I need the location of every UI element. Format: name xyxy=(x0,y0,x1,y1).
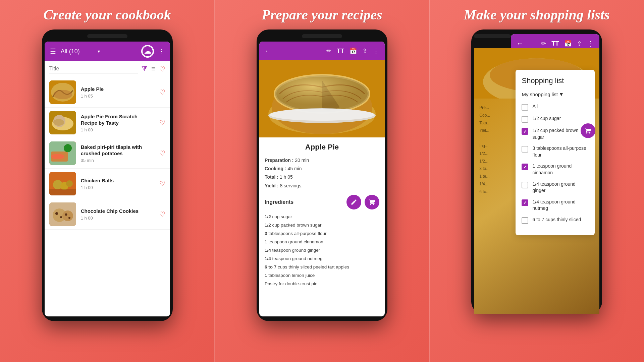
svg-point-9 xyxy=(64,144,72,152)
shopping-item-flour[interactable]: 3 tablespoons all-purpose flour xyxy=(522,145,589,158)
search-bar: ⧩ ≡ ♡ xyxy=(45,61,170,77)
ing-qty-1: 1/2 xyxy=(265,214,271,219)
toolbar-1: ☰ All (10) ▾ ☁ ⋮ xyxy=(45,42,170,61)
recipe-heart-scratch[interactable]: ♡ xyxy=(159,119,165,127)
recipe-item-tilapia[interactable]: Baked piri-piri tilapia with crushed pot… xyxy=(45,138,170,169)
search-input[interactable] xyxy=(49,64,138,73)
recipe-item-cookies[interactable]: Chocolate Chip Cookies 1 h 00 ♡ xyxy=(45,199,170,230)
text-size-icon-3[interactable]: TT xyxy=(551,40,559,47)
recipe-time: 1 h 00 xyxy=(81,185,155,190)
toolbar-2: ← ✏ TT 📅 ⇪ ⋮ xyxy=(259,42,385,60)
shopping-item-text-apples: 6 to 7 cups thinly sliced xyxy=(532,217,581,223)
recipe-name: Apple Pie xyxy=(81,86,155,93)
recipe-item-apple-pie-scratch[interactable]: Apple Pie From Scratch Recipe by Tasty 1… xyxy=(45,108,170,138)
checkbox-apples[interactable] xyxy=(522,217,528,224)
back-button[interactable]: ← xyxy=(265,47,272,55)
checkbox-cinnamon[interactable] xyxy=(522,164,528,170)
shopping-item-text-brown-sugar: 1/2 cup packed brown sugar xyxy=(532,127,589,140)
ingredients-list: 1/2 cup sugar 1/2 cup packed brown sugar… xyxy=(265,213,379,288)
more-icon-2[interactable]: ⋮ xyxy=(373,47,379,55)
more-options-icon[interactable]: ⋮ xyxy=(158,47,165,55)
meta-total: Total : 1 h 05 xyxy=(265,173,379,181)
share-icon[interactable]: ⇪ xyxy=(362,47,367,55)
toolbar-3-right: ✏ TT 📅 ⇪ ⋮ xyxy=(541,40,594,48)
shopping-item-cinnamon[interactable]: 1 teaspoon ground cinnamon xyxy=(522,163,589,176)
recipe-heart-chicken[interactable]: ♡ xyxy=(159,180,165,188)
svg-point-28 xyxy=(275,75,369,112)
shopping-list-selector[interactable]: My shopping list ▾ xyxy=(522,90,589,98)
checkbox-nutmeg[interactable] xyxy=(522,199,528,206)
meta-total-label: Total : xyxy=(265,174,280,180)
recipe-meta: Preparation : 20 min Cooking : 45 min To… xyxy=(265,156,379,190)
ingredients-header: Ingredients xyxy=(265,195,379,209)
checkbox-brown-sugar[interactable] xyxy=(522,128,528,135)
calendar-icon[interactable]: 📅 xyxy=(350,47,357,55)
share-icon-3[interactable]: ⇪ xyxy=(577,40,582,47)
shopping-item-sugar[interactable]: 1/2 cup sugar xyxy=(522,115,589,123)
shopping-item-brown-sugar[interactable]: 1/2 cup packed brown sugar xyxy=(522,127,589,140)
svg-point-22 xyxy=(68,217,70,219)
recipe-heart-tilapia[interactable]: ♡ xyxy=(159,149,165,157)
text-size-icon[interactable]: TT xyxy=(337,48,344,55)
recipe-thumb-chicken xyxy=(49,172,76,195)
phone-3: ← ✏ TT 📅 ⇪ ⋮ xyxy=(471,29,602,314)
recipe-thumb-apple-pie xyxy=(49,80,76,104)
svg-point-20 xyxy=(60,216,62,218)
svg-rect-15 xyxy=(49,189,76,195)
shopping-item-all[interactable]: All xyxy=(522,103,589,111)
shopping-item-ginger[interactable]: 1/4 teaspoon ground ginger xyxy=(522,181,589,194)
checkbox-ginger[interactable] xyxy=(522,182,528,188)
recipe-item-apple-pie[interactable]: Apple Pie 1 h 05 ♡ xyxy=(45,77,170,108)
phone-3-screen: ← ✏ TT 📅 ⇪ ⋮ xyxy=(511,34,599,309)
recipe-heart-cookies[interactable]: ♡ xyxy=(159,210,165,218)
ing-qty-7: 6 to 7 xyxy=(265,264,276,269)
sort-icon[interactable]: ≡ xyxy=(151,65,155,73)
shopping-item-apples[interactable]: 6 to 7 cups thinly sliced xyxy=(522,217,589,224)
panel-2-title: Prepare your recipes xyxy=(262,7,382,23)
phone-2-notch xyxy=(302,34,342,38)
edit-icon-3[interactable]: ✏ xyxy=(541,40,546,47)
favorite-filter-icon[interactable]: ♡ xyxy=(159,65,165,73)
checkbox-all[interactable] xyxy=(522,104,528,111)
recipe-info-apple-pie: Apple Pie 1 h 05 xyxy=(81,86,155,99)
recipe-item-chicken[interactable]: Chicken Balls 1 h 00 ♡ xyxy=(45,169,170,199)
ing-qty-5: 1/4 xyxy=(265,248,271,253)
shopping-item-nutmeg[interactable]: 1/4 teaspoon ground nutmeg xyxy=(522,199,589,212)
checkbox-flour[interactable] xyxy=(522,146,528,153)
toolbar-right-icons: ✏ TT 📅 ⇪ ⋮ xyxy=(326,47,379,55)
recipe-name: Chocolate Chip Cookies xyxy=(81,208,155,215)
checkbox-sugar[interactable] xyxy=(522,116,528,123)
menu-icon[interactable]: ☰ xyxy=(50,47,56,55)
svg-point-2 xyxy=(53,90,72,99)
shopping-item-text-flour: 3 tablespoons all-purpose flour xyxy=(532,145,589,158)
more-icon-3[interactable]: ⋮ xyxy=(587,40,594,48)
back-button-3[interactable]: ← xyxy=(516,39,524,48)
cloud-icon[interactable]: ☁ xyxy=(142,46,153,57)
ing-qty-4: 1 xyxy=(265,239,267,244)
meta-yield-value: 8 servings. xyxy=(280,183,303,188)
shopping-list-title: Shopping list xyxy=(522,76,589,85)
meta-total-value: 1 h 05 xyxy=(280,174,293,180)
recipe-name: Chicken Balls xyxy=(81,177,155,184)
edit-icon[interactable]: ✏ xyxy=(326,47,331,55)
panel-create-cookbook: Create your cookbook ☰ All (10) ▾ ☁ ⋮ ⧩ … xyxy=(0,0,214,362)
recipe-name: Apple Pie From Scratch Recipe by Tasty xyxy=(81,113,155,126)
shopping-cart-fab[interactable] xyxy=(581,123,595,138)
dropdown-icon[interactable]: ▾ xyxy=(98,49,100,54)
recipe-heart-apple-pie[interactable]: ♡ xyxy=(159,88,165,96)
recipe-info-chicken: Chicken Balls 1 h 00 xyxy=(81,177,155,190)
recipe-time: 1 h 00 xyxy=(81,127,155,132)
panel-prepare-recipes: Prepare your recipes ← ✏ TT 📅 ⇪ ⋮ xyxy=(214,0,429,362)
edit-ingredients-button[interactable] xyxy=(346,195,361,209)
recipe-thumb-cookies xyxy=(49,202,76,226)
add-to-shopping-button[interactable] xyxy=(365,195,379,209)
filter-icon[interactable]: ⧩ xyxy=(142,65,147,73)
calendar-icon-3[interactable]: 📅 xyxy=(564,40,572,47)
panel-shopping-lists: Make your shopping lists ← ✏ TT 📅 ⇪ ⋮ xyxy=(430,0,644,362)
shopping-dropdown-icon[interactable]: ▾ xyxy=(560,90,563,98)
ing-qty-6: 1/4 xyxy=(265,256,271,261)
phone-1-screen: ☰ All (10) ▾ ☁ ⋮ ⧩ ≡ ♡ xyxy=(45,42,170,316)
recipe-info-apple-pie-scratch: Apple Pie From Scratch Recipe by Tasty 1… xyxy=(81,113,155,132)
svg-point-30 xyxy=(270,109,374,121)
phone-2: ← ✏ TT 📅 ⇪ ⋮ xyxy=(257,29,387,321)
